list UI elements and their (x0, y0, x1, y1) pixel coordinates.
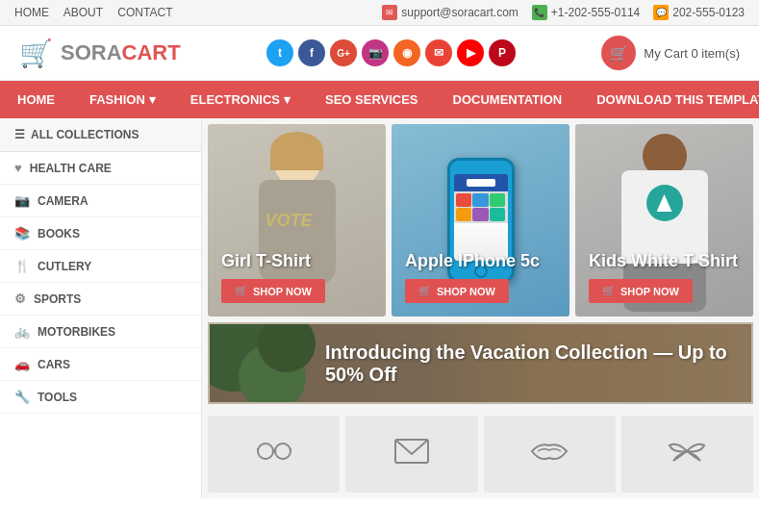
main-content: ☰ ALL COLLECTIONS ♥ HEALTH CARE 📷 CAMERA… (0, 118, 759, 498)
nav-electronics[interactable]: ELECTRONICS ▾ (173, 81, 308, 118)
twitter-link[interactable]: t (266, 39, 293, 66)
banner2-title: Apple IPhone 5c (405, 251, 556, 271)
sidebar-books-label: BOOKS (38, 227, 80, 241)
glasses-icon (257, 442, 291, 467)
facebook-link[interactable]: f (298, 39, 325, 66)
email-icon: ✉ (382, 5, 397, 20)
category-glasses[interactable] (208, 416, 340, 493)
banner3-title: Kids White T-Shirt (589, 251, 740, 271)
chat-icon: 💬 (653, 5, 669, 20)
cars-icon: 🚗 (14, 357, 30, 371)
nav-seo[interactable]: SEO SERVICES (308, 81, 436, 118)
lips-svg (530, 441, 569, 462)
pinterest-link[interactable]: P (489, 39, 516, 66)
rss-link[interactable]: ◉ (393, 39, 420, 66)
sports-icon: ⚙ (14, 291, 26, 306)
email-address: support@soracart.com (401, 6, 519, 19)
lips-icon (530, 441, 569, 468)
vacation-text: Introducing the Vacation Collection — Up… (210, 342, 751, 386)
sidebar-item-cars[interactable]: 🚗 CARS (0, 348, 201, 381)
cart-logo-icon: 🛒 (19, 38, 53, 69)
top-bar: HOME ABOUT CONTACT ✉ support@soracart.co… (0, 0, 759, 26)
banner1-title: Girl T-Shirt (221, 251, 372, 271)
motorbikes-icon: 🚲 (14, 324, 30, 339)
glasses-svg (257, 442, 291, 461)
category-icons (208, 416, 753, 493)
app-icon-6 (490, 208, 506, 221)
healthcare-icon: ♥ (14, 161, 22, 175)
app-icon-5 (472, 208, 489, 221)
top-nav: HOME ABOUT CONTACT (14, 6, 184, 19)
category-lips[interactable] (484, 416, 616, 493)
social-icons: t f G+ 📷 ◉ ✉ ▶ P (266, 39, 516, 66)
sidebar-item-motorbikes[interactable]: 🚲 MOTORBIKES (0, 316, 201, 348)
butterfly-icon (668, 440, 706, 469)
sidebar-header: ☰ ALL COLLECTIONS (0, 118, 201, 152)
logo[interactable]: 🛒 SORACART (19, 38, 181, 69)
youtube-link[interactable]: ▶ (457, 39, 484, 66)
books-icon: 📚 (14, 226, 30, 241)
sidebar-item-healthcare[interactable]: ♥ HEALTH CARE (0, 152, 201, 185)
main-nav: HOME FASHION ▾ ELECTRONICS ▾ SEO SERVICE… (0, 81, 759, 118)
googleplus-link[interactable]: G+ (330, 39, 357, 66)
logo-text: SORACART (61, 40, 181, 65)
sidebar-tools-label: TOOLS (38, 391, 77, 404)
banner-iphone[interactable]: Apple IPhone 5c 🛒 SHOP NOW (392, 124, 569, 317)
phone1-info: 📞 +1-202-555-0114 (532, 5, 640, 20)
sidebar-item-books[interactable]: 📚 BOOKS (0, 217, 201, 250)
sidebar-cars-label: CARS (38, 358, 70, 371)
contact-link[interactable]: CONTACT (117, 6, 172, 19)
sidebar: ☰ ALL COLLECTIONS ♥ HEALTH CARE 📷 CAMERA… (0, 118, 202, 498)
about-link[interactable]: ABOUT (63, 6, 103, 19)
banner-girl-tshirt[interactable]: VOTE Girl T-Shirt 🛒 SHOP NOW (208, 124, 386, 317)
app-icon-1 (456, 193, 472, 207)
sidebar-item-tools[interactable]: 🔧 TOOLS (0, 381, 201, 414)
banner1-shopnow-button[interactable]: 🛒 SHOP NOW (221, 279, 325, 303)
banner2-shopnow-button[interactable]: 🛒 SHOP NOW (405, 279, 509, 303)
vacation-banner[interactable]: Introducing the Vacation Collection — Up… (208, 322, 753, 404)
screen-icons (454, 191, 508, 223)
nav-fashion[interactable]: FASHION ▾ (72, 81, 173, 118)
screen-header (454, 174, 508, 191)
top-contact-info: ✉ support@soracart.com 📞 +1-202-555-0114… (382, 5, 745, 20)
cart-area[interactable]: 🛒 My Cart 0 item(s) (601, 36, 740, 70)
sidebar-item-cutlery[interactable]: 🍴 CUTLERY (0, 250, 201, 283)
email-social-link[interactable]: ✉ (425, 39, 452, 66)
phone-icon: 📞 (532, 5, 547, 20)
sidebar-list-icon: ☰ (14, 128, 25, 141)
right-content: VOTE Girl T-Shirt 🛒 SHOP NOW (202, 118, 759, 498)
banner-kids-tshirt[interactable]: Kids White T-Shirt 🛒 SHOP NOW (575, 124, 753, 317)
nav-home[interactable]: HOME (0, 81, 72, 118)
home-link[interactable]: HOME (14, 6, 49, 19)
cart-icon: 🛒 (601, 36, 636, 70)
cutlery-icon: 🍴 (14, 259, 30, 273)
logo-cart: CART (122, 40, 181, 64)
instagram-link[interactable]: 📷 (362, 39, 389, 66)
girl-text: VOTE (266, 211, 313, 231)
nav-download[interactable]: DOWNLOAD THIS TEMPLATE (579, 81, 759, 118)
sidebar-item-sports[interactable]: ⚙ SPORTS (0, 283, 201, 316)
sidebar-camera-label: CAMERA (38, 194, 89, 208)
category-butterfly[interactable] (621, 416, 753, 493)
sidebar-motorbikes-label: MOTORBIKES (38, 325, 115, 339)
phone2-number: 202-555-0123 (672, 6, 745, 19)
sidebar-item-camera[interactable]: 📷 CAMERA (0, 185, 201, 217)
banner3-shopnow-button[interactable]: 🛒 SHOP NOW (589, 279, 693, 303)
banner1-content: Girl T-Shirt 🛒 SHOP NOW (208, 238, 386, 317)
svg-point-1 (275, 443, 291, 459)
category-envelope[interactable] (345, 416, 477, 493)
girl-hair (270, 132, 323, 170)
banner3-content: Kids White T-Shirt 🛒 SHOP NOW (575, 238, 753, 317)
nav-documentation[interactable]: DOCUMENTATION (436, 81, 580, 118)
phone1-number: +1-202-555-0114 (551, 6, 640, 19)
svg-point-0 (258, 443, 273, 459)
cart-label: My Cart 0 item(s) (644, 46, 740, 61)
email-info: ✉ support@soracart.com (382, 5, 519, 20)
envelope-icon (394, 439, 429, 469)
logo-sora: SORA (61, 40, 122, 64)
svg-point-6 (685, 449, 689, 453)
banner2-content: Apple IPhone 5c 🛒 SHOP NOW (392, 238, 569, 317)
sidebar-cutlery-label: CUTLERY (38, 260, 91, 273)
app-icon-4 (456, 208, 472, 221)
camera-icon: 📷 (14, 193, 30, 208)
